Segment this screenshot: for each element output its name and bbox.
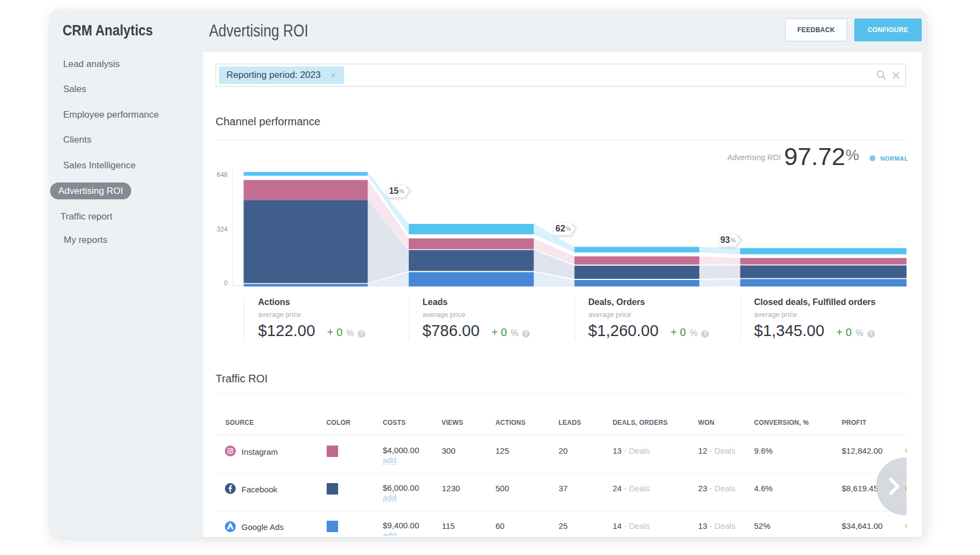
svg-text:648: 648 xyxy=(217,171,228,179)
svg-text:324: 324 xyxy=(217,225,228,233)
svg-text:0: 0 xyxy=(224,279,228,287)
